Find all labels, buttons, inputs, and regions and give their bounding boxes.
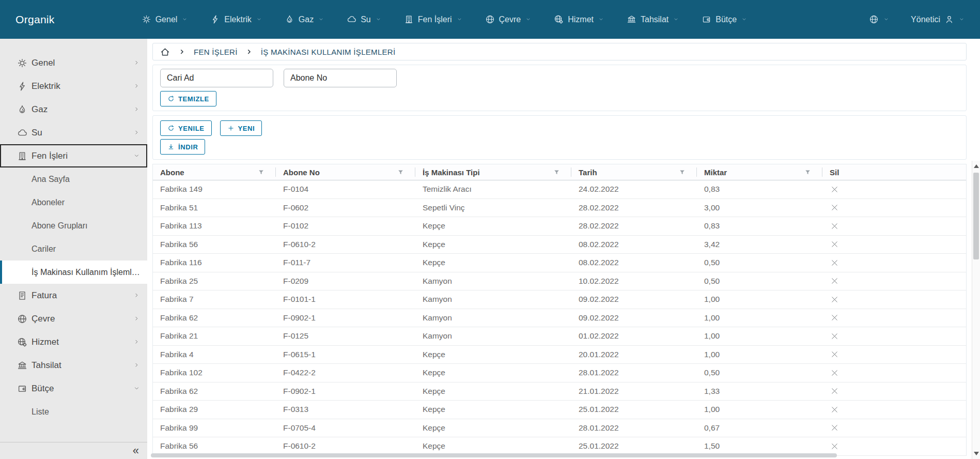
nav-item[interactable]: Çevre — [485, 14, 532, 24]
delete-icon[interactable] — [830, 185, 839, 194]
table-row[interactable]: Fabrika 113 F-0102 Kepçe 28.02.2022 0,83 — [153, 217, 966, 236]
nav-item[interactable]: Su — [347, 14, 381, 24]
delete-icon[interactable] — [830, 350, 839, 359]
user-menu[interactable]: Yönetici — [911, 14, 965, 24]
sidebar-item-hizmet[interactable]: Hizmet — [0, 330, 147, 354]
vertical-scrollbar[interactable] — [972, 161, 980, 459]
sidebar-item-ana-sayfa[interactable]: Ana Sayfa — [0, 167, 147, 191]
chevron-down-icon — [525, 17, 531, 22]
table-row[interactable]: Fabrika 51 F-0602 Sepetli Vinç 28.02.202… — [153, 199, 966, 218]
indir-button[interactable]: İNDIR — [160, 139, 205, 155]
sidebar-item-cevre[interactable]: Çevre — [0, 307, 147, 330]
sidebar-item-butce[interactable]: Bütçe — [0, 377, 147, 400]
delete-icon[interactable] — [830, 240, 839, 249]
nav-item[interactable]: Fen İşleri — [404, 14, 462, 24]
cell-abone: Fabrika 21 — [153, 327, 276, 345]
scroll-up-icon[interactable] — [974, 164, 979, 168]
column-header-abone-no[interactable]: Abone No — [276, 164, 415, 180]
horizontal-scrollbar[interactable] — [151, 452, 968, 458]
delete-icon[interactable] — [830, 295, 839, 304]
delete-icon[interactable] — [830, 387, 839, 395]
sidebar-item-fen-isleri[interactable]: Fen İşleri — [0, 144, 147, 167]
nav-item[interactable]: Elektrik — [210, 14, 261, 24]
cell-tarih: 09.02.2022 — [571, 309, 697, 327]
nav-item[interactable]: Gaz — [285, 14, 324, 24]
horizontal-scrollbar-thumb[interactable] — [151, 453, 837, 457]
vertical-scrollbar-thumb[interactable] — [973, 173, 979, 259]
filter-funnel-icon[interactable] — [679, 169, 686, 176]
cell-is-makinasi-tipi: Kepçe — [415, 254, 571, 272]
filter-funnel-icon[interactable] — [804, 169, 811, 176]
cell-sil — [822, 180, 966, 198]
nav-item[interactable]: Hizmet — [554, 14, 604, 24]
sidebar-item-su[interactable]: Su — [0, 121, 147, 144]
nav-item[interactable]: Bütçe — [702, 14, 747, 24]
column-label: Sil — [830, 168, 839, 177]
table-row[interactable]: Fabrika 21 F-0125 Kamyon 01.02.2022 1,00 — [153, 327, 966, 346]
cell-abone: Fabrika 25 — [153, 272, 276, 290]
cari-ad-input[interactable] — [160, 69, 273, 87]
cell-abone: Fabrika 51 — [153, 199, 276, 217]
sidebar-item-label: Genel — [32, 58, 55, 68]
table-row[interactable]: Fabrika 56 F-0610-2 Kepçe 08.02.2022 3,4… — [153, 236, 966, 254]
column-header-tarih[interactable]: Tarih — [571, 164, 697, 180]
sidebar-item-cariler[interactable]: Cariler — [0, 237, 147, 261]
filter-funnel-icon[interactable] — [553, 169, 560, 176]
table-row[interactable]: Fabrika 149 F-0104 Temizlik Aracı 24.02.… — [153, 180, 966, 199]
table-row[interactable]: Fabrika 7 F-0101-1 Kamyon 09.02.2022 1,0… — [153, 290, 966, 309]
table-row[interactable]: Fabrika 116 F-011-7 Kepçe 08.02.2022 0,5… — [153, 254, 966, 272]
column-header-abone[interactable]: Abone — [153, 164, 276, 180]
delete-icon[interactable] — [830, 369, 839, 377]
yeni-button[interactable]: YENI — [220, 120, 262, 136]
table-row[interactable]: Fabrika 25 F-0209 Kamyon 10.02.2022 0,50 — [153, 272, 966, 291]
yenile-button[interactable]: YENILE — [160, 120, 212, 136]
delete-icon[interactable] — [830, 423, 839, 432]
cell-abone-no: F-0101-1 — [276, 290, 415, 309]
column-header-is-makinasi-tipi[interactable]: İş Makinası Tipi — [415, 164, 571, 180]
cell-miktar: 0,50 — [697, 364, 822, 382]
sidebar-item-liste[interactable]: Liste — [0, 400, 147, 423]
delete-icon[interactable] — [830, 222, 839, 231]
delete-icon[interactable] — [830, 313, 839, 322]
column-header-miktar[interactable]: Miktar — [697, 164, 822, 180]
table-body: Fabrika 149 F-0104 Temizlik Aracı 24.02.… — [153, 180, 966, 456]
sidebar-item-abone-gruplari[interactable]: Abone Grupları — [0, 214, 147, 237]
delete-icon[interactable] — [830, 258, 839, 267]
delete-icon[interactable] — [830, 203, 839, 212]
scroll-down-icon[interactable] — [974, 452, 979, 455]
cell-is-makinasi-tipi: Sepetli Vinç — [415, 199, 571, 217]
cell-is-makinasi-tipi: Kepçe — [415, 236, 571, 254]
sidebar-item-gaz[interactable]: Gaz — [0, 98, 147, 121]
sidebar-item-genel[interactable]: Genel — [0, 51, 147, 74]
table-row[interactable]: Fabrika 102 F-0422-2 Kepçe 28.01.2022 0,… — [153, 364, 966, 382]
table-row[interactable]: Fabrika 4 F-0615-1 Kepçe 20.01.2022 1,00 — [153, 346, 966, 364]
filter-funnel-icon[interactable] — [258, 169, 265, 176]
cell-is-makinasi-tipi: Kamyon — [415, 290, 571, 309]
sidebar-item-tahsilat[interactable]: Tahsilat — [0, 354, 147, 377]
app-logo[interactable]: Organik — [15, 13, 55, 26]
temizle-button[interactable]: TEMIZLE — [160, 91, 216, 106]
filter-funnel-icon[interactable] — [397, 169, 404, 176]
nav-item[interactable]: Tahsilat — [627, 14, 679, 24]
home-icon[interactable] — [160, 47, 170, 57]
sidebar-item-fatura[interactable]: Fatura — [0, 284, 147, 307]
delete-icon[interactable] — [830, 277, 839, 285]
table-row[interactable]: Fabrika 99 F-0705-4 Kepçe 28.01.2022 0,6… — [153, 419, 966, 438]
sidebar-item-label: Elektrik — [32, 81, 60, 91]
table-row[interactable]: Fabrika 62 F-0902-1 Kamyon 09.02.2022 1,… — [153, 309, 966, 328]
sidebar-item-is-makinasi-kullanim[interactable]: İş Makinası Kullanım İşlemleri — [0, 261, 147, 284]
sidebar-collapse-button[interactable]: « — [0, 442, 147, 459]
sidebar-item-label: Bütçe — [32, 384, 54, 394]
language-menu[interactable] — [869, 14, 889, 24]
refresh-icon — [167, 125, 175, 132]
delete-icon[interactable] — [830, 405, 839, 414]
delete-icon[interactable] — [830, 332, 839, 341]
abone-no-input[interactable] — [284, 69, 397, 87]
sidebar-item-aboneler[interactable]: Aboneler — [0, 191, 147, 214]
table-row[interactable]: Fabrika 62 F-0902-1 Kepçe 21.01.2022 1,3… — [153, 382, 966, 401]
table-row[interactable]: Fabrika 29 F-0313 Kepçe 25.01.2022 1,00 — [153, 401, 966, 419]
delete-icon[interactable] — [830, 442, 839, 451]
breadcrumb-item[interactable]: FEN İŞLERİ — [194, 48, 238, 56]
nav-item[interactable]: Genel — [142, 14, 188, 24]
sidebar-item-elektrik[interactable]: Elektrik — [0, 74, 147, 98]
